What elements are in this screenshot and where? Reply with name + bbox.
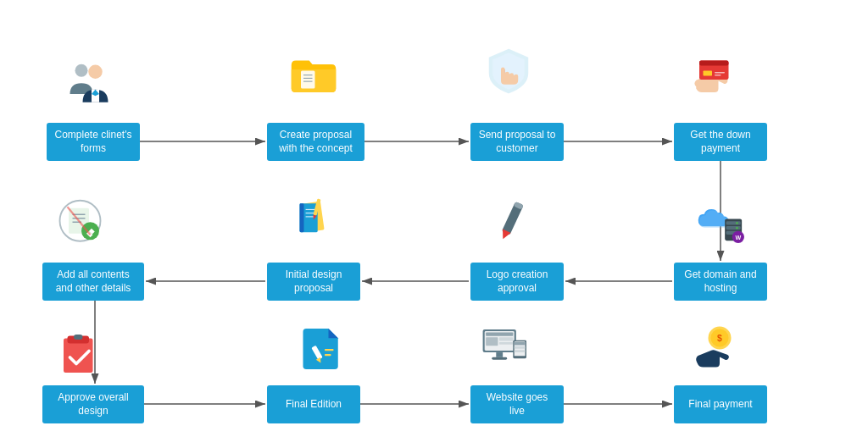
svg-text:$: $ — [717, 333, 722, 343]
card-hand-icon — [680, 42, 743, 106]
svg-rect-16 — [301, 70, 315, 88]
svg-rect-47 — [726, 221, 741, 224]
document-check-icon — [49, 188, 113, 252]
node-final-payment: Final payment — [674, 385, 767, 423]
folder-icon — [281, 41, 345, 104]
node-logo-creation: Logo creationapproval — [470, 263, 564, 301]
svg-rect-69 — [492, 357, 507, 360]
svg-rect-73 — [515, 346, 526, 349]
node-initial-design: Initial designproposal — [267, 263, 360, 301]
node-send-proposal: Send proposal tocustomer — [470, 123, 564, 161]
svg-rect-64 — [486, 333, 513, 336]
node-add-contents: Add all contentsand other details — [42, 263, 144, 301]
svg-point-50 — [736, 222, 738, 224]
file-edit-icon — [290, 317, 353, 378]
svg-rect-55 — [64, 339, 93, 373]
node-get-down-payment: Get the downpayment — [674, 123, 767, 161]
svg-point-13 — [88, 65, 103, 80]
svg-rect-65 — [486, 337, 498, 346]
monitor-icon — [471, 317, 539, 378]
node-final-edition: Final Edition — [267, 385, 360, 423]
svg-rect-48 — [726, 226, 741, 230]
svg-rect-57 — [74, 335, 83, 340]
svg-rect-66 — [499, 337, 513, 340]
node-complete-forms: Complete clinet's forms — [47, 123, 140, 161]
svg-rect-61 — [325, 354, 331, 356]
people-icon — [53, 49, 125, 113]
svg-rect-72 — [515, 342, 526, 346]
svg-rect-22 — [699, 60, 729, 65]
svg-rect-25 — [715, 75, 721, 76]
svg-rect-67 — [499, 342, 513, 345]
cloud-server-icon: W — [685, 193, 753, 251]
svg-point-12 — [75, 64, 88, 77]
svg-rect-68 — [496, 352, 503, 357]
clipboard-check-icon — [49, 324, 113, 381]
flowchart-diagram: Complete clinet's forms Create proposalw… — [0, 0, 868, 437]
svg-rect-74 — [515, 350, 526, 352]
shield-icon — [476, 39, 540, 102]
svg-rect-24 — [715, 72, 725, 74]
svg-rect-23 — [703, 70, 712, 75]
node-create-proposal: Create proposalwith the concept — [267, 123, 364, 161]
svg-rect-37 — [300, 203, 304, 232]
node-website-live: Website goeslive — [470, 385, 564, 423]
node-domain-hosting: Get domain andhosting — [674, 263, 767, 301]
svg-rect-60 — [325, 349, 334, 351]
svg-point-51 — [736, 227, 738, 230]
pencil-icon — [480, 188, 543, 252]
coin-hand-icon: $ — [685, 318, 748, 378]
books-icon — [278, 185, 346, 252]
svg-text:W: W — [735, 235, 741, 241]
node-approve-design: Approve overalldesign — [42, 385, 144, 423]
